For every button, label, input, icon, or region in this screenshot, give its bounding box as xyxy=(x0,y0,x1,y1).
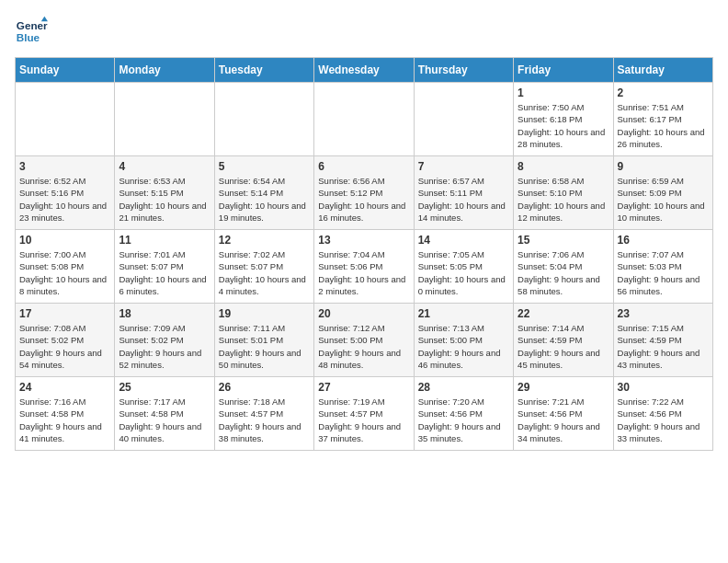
logo: General Blue xyxy=(15,15,48,48)
day-info: Sunrise: 6:52 AM Sunset: 5:16 PM Dayligh… xyxy=(19,175,110,224)
calendar-cell: 10Sunrise: 7:00 AM Sunset: 5:08 PM Dayli… xyxy=(16,230,115,304)
day-info: Sunrise: 7:15 AM Sunset: 4:59 PM Dayligh… xyxy=(618,322,709,371)
day-info: Sunrise: 7:50 AM Sunset: 6:18 PM Dayligh… xyxy=(518,101,609,150)
day-info: Sunrise: 7:22 AM Sunset: 4:56 PM Dayligh… xyxy=(618,396,709,444)
calendar-cell: 24Sunrise: 7:16 AM Sunset: 4:58 PM Dayli… xyxy=(16,377,115,451)
calendar-cell xyxy=(314,83,414,156)
day-info: Sunrise: 7:12 AM Sunset: 5:00 PM Dayligh… xyxy=(318,322,409,371)
day-info: Sunrise: 6:59 AM Sunset: 5:09 PM Dayligh… xyxy=(618,175,709,224)
day-number: 20 xyxy=(318,307,409,320)
day-number: 24 xyxy=(19,381,110,394)
weekday-header-thursday: Thursday xyxy=(414,58,513,83)
day-info: Sunrise: 7:04 AM Sunset: 5:06 PM Dayligh… xyxy=(318,248,409,297)
day-info: Sunrise: 6:54 AM Sunset: 5:14 PM Dayligh… xyxy=(219,175,310,224)
day-info: Sunrise: 7:21 AM Sunset: 4:56 PM Dayligh… xyxy=(518,396,609,444)
calendar-table: SundayMondayTuesdayWednesdayThursdayFrid… xyxy=(15,57,713,451)
calendar-cell: 7Sunrise: 6:57 AM Sunset: 5:11 PM Daylig… xyxy=(414,156,513,230)
calendar-cell: 8Sunrise: 6:58 AM Sunset: 5:10 PM Daylig… xyxy=(514,156,613,230)
svg-text:Blue: Blue xyxy=(17,31,40,43)
day-number: 11 xyxy=(119,234,210,247)
calendar-cell: 13Sunrise: 7:04 AM Sunset: 5:06 PM Dayli… xyxy=(314,230,414,304)
day-info: Sunrise: 7:01 AM Sunset: 5:07 PM Dayligh… xyxy=(119,248,210,297)
day-info: Sunrise: 7:13 AM Sunset: 5:00 PM Dayligh… xyxy=(418,322,509,371)
calendar-cell: 11Sunrise: 7:01 AM Sunset: 5:07 PM Dayli… xyxy=(115,230,214,304)
day-info: Sunrise: 7:07 AM Sunset: 5:03 PM Dayligh… xyxy=(618,248,709,297)
day-number: 2 xyxy=(618,86,709,99)
calendar-cell: 6Sunrise: 6:56 AM Sunset: 5:12 PM Daylig… xyxy=(314,156,414,230)
day-info: Sunrise: 7:09 AM Sunset: 5:02 PM Dayligh… xyxy=(119,322,210,371)
calendar-cell: 19Sunrise: 7:11 AM Sunset: 5:01 PM Dayli… xyxy=(214,304,313,377)
calendar-header-row: SundayMondayTuesdayWednesdayThursdayFrid… xyxy=(16,58,713,83)
day-number: 27 xyxy=(318,381,409,394)
calendar-cell: 30Sunrise: 7:22 AM Sunset: 4:56 PM Dayli… xyxy=(613,377,712,451)
day-number: 14 xyxy=(418,234,509,247)
weekday-header-monday: Monday xyxy=(115,58,214,83)
calendar-cell: 18Sunrise: 7:09 AM Sunset: 5:02 PM Dayli… xyxy=(115,304,214,377)
calendar-week-5: 24Sunrise: 7:16 AM Sunset: 4:58 PM Dayli… xyxy=(16,377,713,451)
day-number: 21 xyxy=(418,307,509,320)
weekday-header-tuesday: Tuesday xyxy=(214,58,313,83)
day-info: Sunrise: 7:20 AM Sunset: 4:56 PM Dayligh… xyxy=(418,396,509,444)
day-info: Sunrise: 7:06 AM Sunset: 5:04 PM Dayligh… xyxy=(518,248,609,297)
calendar-cell: 12Sunrise: 7:02 AM Sunset: 5:07 PM Dayli… xyxy=(214,230,313,304)
calendar-cell: 9Sunrise: 6:59 AM Sunset: 5:09 PM Daylig… xyxy=(613,156,712,230)
day-number: 28 xyxy=(418,381,509,394)
day-info: Sunrise: 7:16 AM Sunset: 4:58 PM Dayligh… xyxy=(19,396,110,444)
day-number: 30 xyxy=(618,381,709,394)
weekday-header-wednesday: Wednesday xyxy=(314,58,414,83)
day-number: 13 xyxy=(318,234,409,247)
calendar-cell: 22Sunrise: 7:14 AM Sunset: 4:59 PM Dayli… xyxy=(514,304,613,377)
day-number: 19 xyxy=(219,307,310,320)
calendar-cell xyxy=(16,83,115,156)
day-info: Sunrise: 6:56 AM Sunset: 5:12 PM Dayligh… xyxy=(318,175,409,224)
day-number: 4 xyxy=(119,160,210,173)
day-number: 9 xyxy=(618,160,709,173)
calendar-cell: 17Sunrise: 7:08 AM Sunset: 5:02 PM Dayli… xyxy=(16,304,115,377)
day-info: Sunrise: 7:00 AM Sunset: 5:08 PM Dayligh… xyxy=(19,248,110,297)
calendar-cell xyxy=(214,83,313,156)
day-number: 10 xyxy=(19,234,110,247)
day-number: 29 xyxy=(518,381,609,394)
calendar-cell: 3Sunrise: 6:52 AM Sunset: 5:16 PM Daylig… xyxy=(16,156,115,230)
day-info: Sunrise: 7:18 AM Sunset: 4:57 PM Dayligh… xyxy=(219,396,310,444)
calendar-cell: 1Sunrise: 7:50 AM Sunset: 6:18 PM Daylig… xyxy=(514,83,613,156)
calendar-cell: 2Sunrise: 7:51 AM Sunset: 6:17 PM Daylig… xyxy=(613,83,712,156)
day-info: Sunrise: 7:11 AM Sunset: 5:01 PM Dayligh… xyxy=(219,322,310,371)
day-number: 18 xyxy=(119,307,210,320)
day-info: Sunrise: 6:57 AM Sunset: 5:11 PM Dayligh… xyxy=(418,175,509,224)
day-info: Sunrise: 6:53 AM Sunset: 5:15 PM Dayligh… xyxy=(119,175,210,224)
calendar-cell: 21Sunrise: 7:13 AM Sunset: 5:00 PM Dayli… xyxy=(414,304,513,377)
day-number: 16 xyxy=(618,234,709,247)
day-number: 15 xyxy=(518,234,609,247)
calendar-cell: 20Sunrise: 7:12 AM Sunset: 5:00 PM Dayli… xyxy=(314,304,414,377)
day-info: Sunrise: 7:14 AM Sunset: 4:59 PM Dayligh… xyxy=(518,322,609,371)
day-info: Sunrise: 7:05 AM Sunset: 5:05 PM Dayligh… xyxy=(418,248,509,297)
calendar-cell: 23Sunrise: 7:15 AM Sunset: 4:59 PM Dayli… xyxy=(613,304,712,377)
calendar-cell: 14Sunrise: 7:05 AM Sunset: 5:05 PM Dayli… xyxy=(414,230,513,304)
calendar-cell: 26Sunrise: 7:18 AM Sunset: 4:57 PM Dayli… xyxy=(214,377,313,451)
calendar-week-2: 3Sunrise: 6:52 AM Sunset: 5:16 PM Daylig… xyxy=(16,156,713,230)
day-number: 12 xyxy=(219,234,310,247)
day-number: 6 xyxy=(318,160,409,173)
calendar-cell: 16Sunrise: 7:07 AM Sunset: 5:03 PM Dayli… xyxy=(613,230,712,304)
day-info: Sunrise: 7:51 AM Sunset: 6:17 PM Dayligh… xyxy=(618,101,709,150)
day-number: 23 xyxy=(618,307,709,320)
day-number: 26 xyxy=(219,381,310,394)
day-info: Sunrise: 7:19 AM Sunset: 4:57 PM Dayligh… xyxy=(318,396,409,444)
calendar-cell: 25Sunrise: 7:17 AM Sunset: 4:58 PM Dayli… xyxy=(115,377,214,451)
day-info: Sunrise: 7:17 AM Sunset: 4:58 PM Dayligh… xyxy=(119,396,210,444)
calendar-week-4: 17Sunrise: 7:08 AM Sunset: 5:02 PM Dayli… xyxy=(16,304,713,377)
day-number: 25 xyxy=(119,381,210,394)
calendar-cell xyxy=(115,83,214,156)
page-header: General Blue xyxy=(15,15,713,48)
day-number: 17 xyxy=(19,307,110,320)
weekday-header-sunday: Sunday xyxy=(16,58,115,83)
day-number: 1 xyxy=(518,86,609,99)
day-number: 22 xyxy=(518,307,609,320)
calendar-week-3: 10Sunrise: 7:00 AM Sunset: 5:08 PM Dayli… xyxy=(16,230,713,304)
day-info: Sunrise: 7:08 AM Sunset: 5:02 PM Dayligh… xyxy=(19,322,110,371)
day-info: Sunrise: 6:58 AM Sunset: 5:10 PM Dayligh… xyxy=(518,175,609,224)
calendar-cell: 27Sunrise: 7:19 AM Sunset: 4:57 PM Dayli… xyxy=(314,377,414,451)
calendar-cell: 4Sunrise: 6:53 AM Sunset: 5:15 PM Daylig… xyxy=(115,156,214,230)
calendar-cell: 28Sunrise: 7:20 AM Sunset: 4:56 PM Dayli… xyxy=(414,377,513,451)
